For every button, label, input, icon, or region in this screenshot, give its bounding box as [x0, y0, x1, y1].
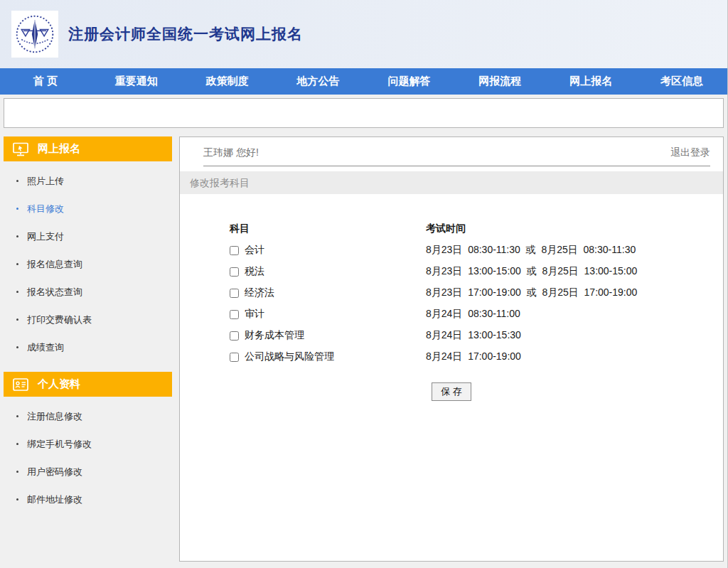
table-row: 会计 8月23日 08:30-11:30 或 8月25日 08:30-11:30	[230, 240, 723, 261]
bullet-dot	[16, 346, 18, 348]
sidebar-item-label: 报名状态查询	[27, 286, 82, 299]
nav-item-home[interactable]: 首 页	[0, 68, 91, 95]
bullet-dot	[16, 235, 18, 237]
sidebar-item-registration-status-query[interactable]: 报名状态查询	[4, 278, 172, 306]
table-row: 经济法 8月23日 17:00-19:00 或 8月25日 17:00-19:0…	[230, 282, 723, 304]
header: 注册会计师全国统一考试网上报名	[0, 0, 727, 68]
notice-box	[4, 98, 724, 128]
bullet-dot	[16, 498, 18, 500]
sidebar-item-label: 绑定手机号修改	[27, 438, 92, 451]
sidebar-item-label: 成绩查询	[27, 341, 64, 354]
page: 注册会计师全国统一考试网上报名 首 页 重要通知 政策制度 地方公告 问题解答 …	[0, 0, 728, 568]
subject-table: 科目 考试时间 会计 8月23日 08:30-11:30 或 8月25日 08:…	[230, 218, 723, 368]
subject-label: 经济法	[245, 286, 274, 299]
checkbox-accounting[interactable]	[230, 246, 239, 255]
nav-item-policies[interactable]: 政策制度	[182, 68, 273, 95]
cicpa-logo-icon	[11, 11, 58, 58]
table-row: 税法 8月23日 13:00-15:00 或 8月25日 13:00-15:00	[230, 261, 723, 282]
nav-item-exam-area-info[interactable]: 考区信息	[636, 68, 727, 95]
subject-label: 审计	[245, 308, 264, 321]
logout-link[interactable]: 退出登录	[670, 146, 710, 159]
sidebar-item-label: 科目修改	[27, 203, 64, 215]
bullet-dot	[16, 415, 18, 417]
main-panel: 王玮娜 您好! 退出登录 修改报考科目 科目 考试时间 会计 8月23日 08:…	[179, 136, 724, 562]
sidebar-item-label: 邮件地址修改	[27, 493, 82, 506]
exam-time: 8月23日 08:30-11:30 或 8月25日 08:30-11:30	[426, 244, 636, 257]
nav-item-local-announcements[interactable]: 地方公告	[273, 68, 364, 95]
monitor-icon	[12, 141, 29, 158]
bullet-dot	[16, 471, 18, 473]
user-greeting: 王玮娜 您好!	[203, 146, 259, 159]
exam-time: 8月23日 13:00-15:00 或 8月25日 13:00-15:00	[426, 265, 637, 278]
sidebar-item-label: 照片上传	[27, 175, 64, 188]
bullet-dot	[16, 318, 18, 321]
nav-item-important-notices[interactable]: 重要通知	[91, 68, 182, 95]
bullet-dot	[16, 443, 18, 445]
save-button-container: 保 存	[180, 382, 723, 401]
sidebar-section-title: 个人资料	[38, 377, 80, 391]
sidebar-item-phone-modify[interactable]: 绑定手机号修改	[4, 430, 172, 458]
nav-item-registration-process[interactable]: 网报流程	[454, 68, 545, 95]
checkbox-economic-law[interactable]	[230, 289, 239, 298]
column-header-exam-time: 考试时间	[426, 223, 466, 235]
cicpa-emblem-graphic	[14, 13, 56, 55]
content-area: 网上报名 照片上传 科目修改 网上支付 报名信息查询	[4, 136, 724, 562]
sidebar-list-personal-info: 注册信息修改 绑定手机号修改 用户密码修改 邮件地址修改	[4, 397, 172, 516]
sidebar-item-password-modify[interactable]: 用户密码修改	[4, 458, 172, 486]
main-nav: 首 页 重要通知 政策制度 地方公告 问题解答 网报流程 网上报名 考区信息	[0, 68, 727, 95]
sidebar-list-online-registration: 照片上传 科目修改 网上支付 报名信息查询 报名状态查询	[4, 161, 172, 364]
sidebar-item-label: 报名信息查询	[27, 258, 82, 271]
sidebar-item-score-query[interactable]: 成绩查询	[4, 333, 172, 361]
table-header-row: 科目 考试时间	[230, 218, 723, 240]
sidebar-item-subject-modify[interactable]: 科目修改	[4, 195, 172, 223]
column-header-subject: 科目	[230, 223, 426, 235]
exam-time: 8月24日 08:30-11:00	[426, 308, 520, 321]
bullet-dot	[16, 263, 18, 265]
sidebar-item-email-modify[interactable]: 邮件地址修改	[4, 486, 172, 513]
sidebar: 网上报名 照片上传 科目修改 网上支付 报名信息查询	[4, 136, 172, 562]
table-row: 审计 8月24日 08:30-11:00	[230, 304, 723, 325]
sidebar-section-online-registration: 网上报名	[4, 136, 172, 161]
nav-item-faq[interactable]: 问题解答	[364, 68, 455, 95]
sidebar-item-label: 网上支付	[27, 230, 64, 243]
page-title: 注册会计师全国统一考试网上报名	[68, 24, 303, 44]
subject-label: 财务成本管理	[245, 329, 304, 342]
sidebar-item-photo-upload[interactable]: 照片上传	[4, 167, 172, 195]
sidebar-section-title: 网上报名	[38, 142, 80, 156]
sidebar-section-personal-info: 个人资料	[4, 372, 172, 397]
bullet-dot	[16, 180, 18, 182]
id-card-icon	[12, 376, 29, 393]
exam-time: 8月24日 13:00-15:30	[426, 329, 521, 342]
nav-item-online-registration[interactable]: 网上报名	[545, 68, 636, 95]
subject-label: 会计	[245, 244, 264, 257]
sidebar-item-label: 打印交费确认表	[27, 314, 92, 326]
section-title-bar: 修改报考科目	[180, 171, 723, 194]
checkbox-financial-cost-management[interactable]	[230, 331, 239, 341]
table-row: 财务成本管理 8月24日 13:00-15:30	[230, 325, 723, 346]
greeting-row: 王玮娜 您好! 退出登录	[203, 137, 710, 166]
save-button[interactable]: 保 存	[432, 382, 471, 401]
sidebar-item-register-info-modify[interactable]: 注册信息修改	[4, 402, 172, 430]
checkbox-auditing[interactable]	[230, 310, 239, 319]
sidebar-item-label: 注册信息修改	[27, 410, 82, 423]
sidebar-item-registration-info-query[interactable]: 报名信息查询	[4, 250, 172, 278]
sidebar-item-label: 用户密码修改	[27, 466, 82, 478]
table-row: 公司战略与风险管理 8月24日 17:00-19:00	[230, 346, 723, 368]
exam-time: 8月23日 17:00-19:00 或 8月25日 17:00-19:00	[426, 286, 637, 299]
bullet-dot	[16, 208, 18, 210]
sidebar-item-print-payment-confirmation[interactable]: 打印交费确认表	[4, 306, 172, 333]
sidebar-item-online-payment[interactable]: 网上支付	[4, 223, 172, 250]
checkbox-tax-law[interactable]	[230, 267, 239, 277]
exam-time: 8月24日 17:00-19:00	[426, 350, 521, 363]
subject-label: 税法	[245, 265, 264, 278]
bullet-dot	[16, 291, 18, 293]
subject-label: 公司战略与风险管理	[245, 350, 334, 363]
checkbox-corporate-strategy-risk-management[interactable]	[230, 353, 239, 362]
